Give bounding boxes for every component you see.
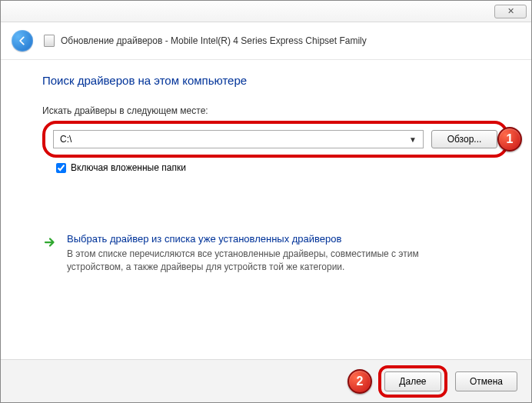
path-value: C:\ <box>60 134 71 145</box>
pick-text: Выбрать драйвер из списка уже установлен… <box>67 233 451 274</box>
search-location-label: Искать драйверы в следующем месте: <box>42 105 508 116</box>
highlight-2: Далее 2 <box>378 365 447 398</box>
arrow-right-icon <box>42 235 58 250</box>
close-icon: ✕ <box>507 6 514 16</box>
back-button[interactable] <box>12 30 33 52</box>
highlight-1: C:\ ▼ Обзор... 1 <box>42 121 508 158</box>
include-subfolders-label: Включая вложенные папки <box>71 162 186 173</box>
include-subfolders-row[interactable]: Включая вложенные папки <box>56 162 508 173</box>
annotation-badge-1: 1 <box>497 127 522 152</box>
path-combobox[interactable]: C:\ ▼ <box>53 130 424 148</box>
next-button-label: Далее <box>399 376 426 387</box>
page-heading: Поиск драйверов на этом компьютере <box>42 74 508 87</box>
cancel-button[interactable]: Отмена <box>455 371 517 391</box>
pick-from-list-option[interactable]: Выбрать драйвер из списка уже установлен… <box>42 233 508 274</box>
pick-title: Выбрать драйвер из списка уже установлен… <box>67 233 451 245</box>
annotation-badge-2: 2 <box>347 369 372 394</box>
chevron-down-icon: ▼ <box>409 135 417 144</box>
device-icon <box>44 35 55 47</box>
cancel-button-label: Отмена <box>470 376 503 387</box>
window-title-text: Обновление драйверов - Mobile Intel(R) 4… <box>61 35 367 46</box>
include-subfolders-checkbox[interactable] <box>56 163 66 173</box>
footer-bar: Далее 2 Отмена <box>1 359 531 402</box>
pick-description: В этом списке перечисляются все установл… <box>67 248 451 274</box>
content-area: Поиск драйверов на этом компьютере Искат… <box>1 60 531 274</box>
browse-button-label: Обзор... <box>447 134 482 145</box>
arrow-left-icon <box>17 35 28 46</box>
header-bar: Обновление драйверов - Mobile Intel(R) 4… <box>1 22 531 60</box>
next-button[interactable]: Далее <box>384 371 441 391</box>
browse-button[interactable]: Обзор... <box>431 130 497 148</box>
window-close-button[interactable]: ✕ <box>494 5 527 18</box>
titlebar: ✕ <box>1 1 531 22</box>
window-title: Обновление драйверов - Mobile Intel(R) 4… <box>44 35 367 47</box>
